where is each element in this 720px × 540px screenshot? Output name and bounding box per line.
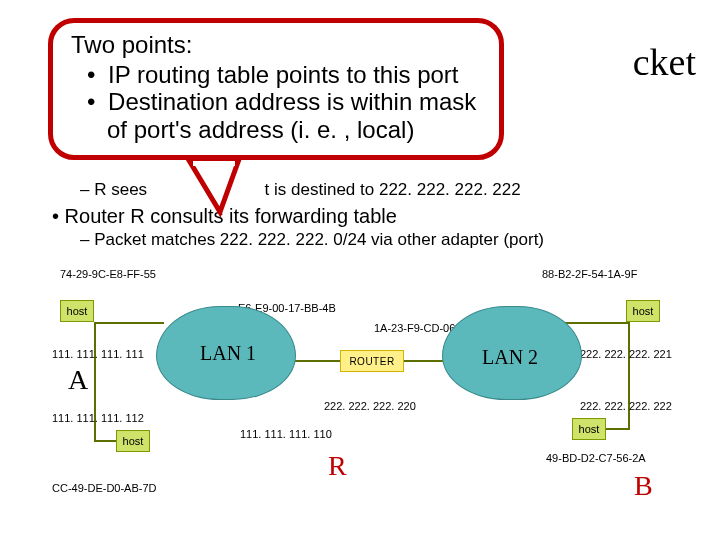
ip-host-a: 111. 111. 111. 111 [52, 348, 144, 360]
hidden-title-fragment: cket [633, 40, 696, 84]
letter-b: B [634, 470, 653, 502]
mac-host-a: 74-29-9C-E8-FF-55 [60, 268, 156, 280]
letter-a: A [68, 364, 88, 396]
svg-marker-1 [193, 161, 235, 166]
ip-host-a2: 111. 111. 111. 112 [52, 412, 144, 424]
svg-marker-0 [190, 162, 238, 212]
lan2-label: LAN 2 [482, 346, 538, 369]
router-box: ROUTER [340, 350, 404, 372]
callout-item-1: IP routing table points to this port [107, 61, 481, 89]
lan1-label: LAN 1 [200, 342, 256, 365]
ip-router-right: 222. 222. 222. 220 [324, 400, 416, 412]
host-b-bot-box: host [572, 418, 606, 440]
slide-body: R sees t is destined to 222. 222. 222. 2… [52, 178, 672, 251]
network-diagram: 74-29-9C-E8-FF-55 host 111. 111. 111. 11… [52, 260, 672, 504]
host-a2-box: host [116, 430, 150, 452]
sub-bullet-match: Packet matches 222. 222. 222. 0/24 via o… [80, 230, 672, 250]
ip-router-left: 111. 111. 111. 110 [240, 428, 332, 440]
mac-host-b-top: 88-B2-2F-54-1A-9F [542, 268, 637, 280]
mac-host-b-bot: 49-BD-D2-C7-56-2A [546, 452, 646, 464]
letter-r: R [328, 450, 347, 482]
ip-host-b-bot: 222. 222. 222. 222 [580, 400, 672, 412]
mac-host-a2: CC-49-DE-D0-AB-7D [52, 482, 157, 494]
host-a-box: host [60, 300, 94, 322]
callout-title: Two points: [71, 31, 481, 59]
sub-bullet-partial: R sees t is destined to 222. 222. 222. 2… [80, 180, 672, 200]
callout-item-2: Destination address is within mask of po… [107, 88, 481, 143]
ip-host-b-top: 222. 222. 222. 221 [580, 348, 672, 360]
callout-bubble: Two points: IP routing table points to t… [48, 18, 504, 160]
host-b-top-box: host [626, 300, 660, 322]
bullet-forwarding-table: Router R consults its forwarding table [52, 204, 672, 228]
